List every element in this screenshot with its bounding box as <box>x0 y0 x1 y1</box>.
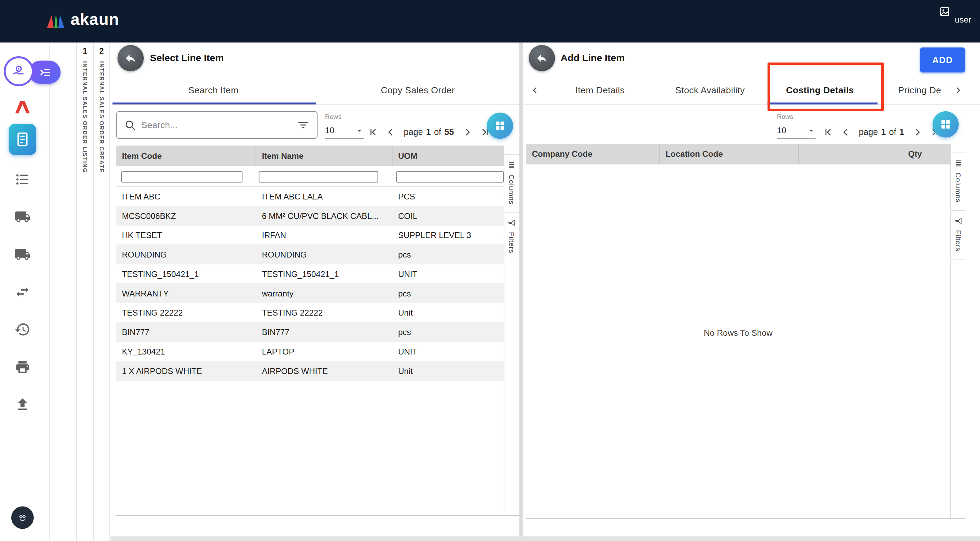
costing-table: Company Code Location Code Qty No Rows T… <box>526 144 966 519</box>
table-cell: BIN777 <box>116 327 256 336</box>
bottom-scrollbar-track[interactable] <box>50 536 980 541</box>
table-cell: TESTING_150421_1 <box>116 269 256 278</box>
table-header-row: Item Code Item Name UOM <box>116 145 504 166</box>
print-icon[interactable] <box>14 359 33 378</box>
table-cell: Unit <box>392 366 504 376</box>
uom-filter-input[interactable] <box>396 172 504 183</box>
hand-money-icon[interactable] <box>4 56 34 86</box>
columns-tool-button[interactable]: Columns <box>504 154 519 213</box>
column-header-qty[interactable]: Qty <box>799 144 950 164</box>
column-header-item-name[interactable]: Item Name <box>256 145 392 166</box>
table-row[interactable]: BIN777BIN777pcs <box>116 322 504 342</box>
previous-page-button[interactable] <box>384 125 398 138</box>
table-cell: ROUNDING <box>256 250 392 259</box>
transfer-arrows-icon[interactable] <box>14 284 33 302</box>
active-tab-underline <box>112 102 316 104</box>
delivery-truck-icon[interactable] <box>14 209 33 228</box>
first-page-button[interactable] <box>821 125 835 138</box>
table-row[interactable]: ROUNDINGROUNDINGpcs <box>116 245 504 264</box>
tab-search-item[interactable]: Search Item <box>111 75 316 105</box>
user-avatar-broken-image-icon[interactable] <box>939 6 950 17</box>
column-header-location-code[interactable]: Location Code <box>660 144 799 164</box>
filters-tool-label: Filters <box>955 230 962 251</box>
tab-item-details[interactable]: Item Details <box>545 75 655 105</box>
item-name-filter-input[interactable] <box>259 172 378 183</box>
tab-label: Copy Sales Order <box>381 85 455 95</box>
table-row[interactable]: 1 X AIRPODS WHITEAIRPODS WHITEUnit <box>116 361 504 381</box>
table-cell: COIL <box>392 211 504 220</box>
search-input[interactable] <box>142 120 292 130</box>
next-page-button[interactable] <box>910 125 924 138</box>
search-box <box>116 111 317 139</box>
back-button[interactable] <box>118 45 144 72</box>
pdf-module-icon[interactable] <box>14 99 31 116</box>
search-icon <box>124 119 136 131</box>
rows-per-page-select[interactable]: 10 <box>777 123 815 139</box>
first-page-button[interactable] <box>366 125 380 138</box>
filter-list-icon[interactable] <box>297 119 309 132</box>
tabs-scroll-left-icon[interactable] <box>528 84 541 96</box>
grid-view-button[interactable] <box>487 112 513 138</box>
grid-tool-panel: Columns Filters <box>504 145 519 515</box>
table-cell: TESTING 22222 <box>256 308 392 317</box>
column-header-uom[interactable]: UOM <box>392 145 504 166</box>
tab-costing-details[interactable]: Costing Details <box>765 75 875 105</box>
rows-per-page-select[interactable]: 10 <box>325 123 364 139</box>
table-cell: ITEM ABC <box>116 192 256 201</box>
table-row[interactable]: KY_130421LAPTOPUNIT <box>116 342 504 361</box>
grid-view-button[interactable] <box>932 111 959 138</box>
user-avatar[interactable] <box>11 506 34 529</box>
table-cell: PCS <box>392 192 504 201</box>
table-row[interactable]: TESTING 22222TESTING 22222Unit <box>116 303 504 323</box>
tab-label: Pricing De <box>898 85 941 95</box>
listing-icon[interactable] <box>14 172 33 190</box>
table-cell: Unit <box>392 308 504 317</box>
tabs-scroll-right-icon[interactable] <box>951 84 964 96</box>
module-sidebar <box>0 42 50 541</box>
next-page-button[interactable] <box>460 125 474 138</box>
columns-tool-button[interactable]: Columns <box>951 153 966 211</box>
previous-page-button[interactable] <box>838 125 852 138</box>
table-cell: UNIT <box>392 347 504 356</box>
table-row[interactable]: WARRANTYwarrantypcs <box>116 284 504 303</box>
table-row[interactable]: TESTING_150421_1TESTING_150421_1UNIT <box>116 264 504 284</box>
pagination: page 1 of 55 <box>366 121 492 142</box>
table-row[interactable]: HK TESETIRFANSUPPLER LEVEL 3 <box>116 226 504 245</box>
table-cell: pcs <box>392 327 504 336</box>
table-cell: 1 X AIRPODS WHITE <box>116 366 256 376</box>
workspace-tab-2[interactable]: 2 INTERNAL SALES ORDER CREATE <box>93 42 110 541</box>
table-row[interactable]: ITEM ABCITEM ABC LALAPCS <box>116 187 504 206</box>
tab-copy-sales-order[interactable]: Copy Sales Order <box>315 75 520 105</box>
filters-tool-button[interactable]: Filters <box>504 213 519 262</box>
table-cell: SUPPLER LEVEL 3 <box>392 230 504 239</box>
filters-tool-button[interactable]: Filters <box>951 211 966 259</box>
rows-label: Rows <box>325 112 342 120</box>
table-cell: AIRPODS WHITE <box>256 366 392 376</box>
invoice-module-icon[interactable] <box>9 124 37 155</box>
delivery-truck-2-icon[interactable] <box>14 246 33 265</box>
panel-title: Select Line Item <box>150 45 224 72</box>
history-clock-icon[interactable] <box>14 321 33 340</box>
add-button[interactable]: ADD <box>920 48 965 72</box>
tab-label: Item Details <box>575 85 625 95</box>
right-panel-tabs: Item Details Stock Availability Costing … <box>524 75 980 105</box>
table-cell: MCSC006BKZ <box>116 211 256 220</box>
item-code-filter-input[interactable] <box>121 172 242 183</box>
back-button[interactable] <box>528 45 555 72</box>
tab-pricing-details[interactable]: Pricing De <box>875 75 948 105</box>
panel-title: Add Line Item <box>561 45 625 72</box>
table-cell: UNIT <box>392 269 504 278</box>
column-header-company-code[interactable]: Company Code <box>526 144 660 164</box>
workspace-tab-number: 1 <box>83 46 87 55</box>
user-label[interactable]: user <box>955 15 971 24</box>
panel-divider <box>519 42 523 541</box>
table-row[interactable]: MCSC006BKZ6 MM² CU/PVC BLACK CABL...COIL <box>116 206 504 226</box>
columns-icon <box>508 161 515 169</box>
of-word: of <box>434 127 441 136</box>
table-cell: TESTING_150421_1 <box>256 269 392 278</box>
upload-icon[interactable] <box>14 396 33 415</box>
current-page: 1 <box>881 127 886 136</box>
column-header-item-code[interactable]: Item Code <box>116 145 256 166</box>
tab-stock-availability[interactable]: Stock Availability <box>655 75 765 105</box>
workspace-tab-1[interactable]: 1 INTERNAL SALES ORDER LISTING <box>76 42 93 541</box>
